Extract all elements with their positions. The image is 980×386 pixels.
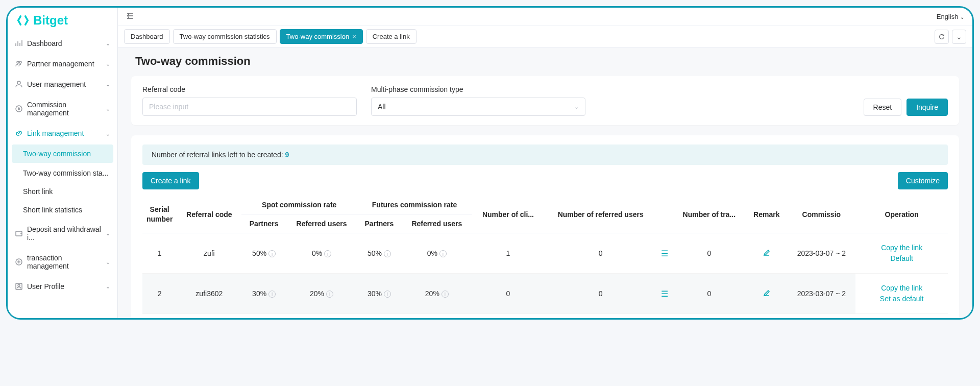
cell-fut-referred: 20%i xyxy=(402,274,472,314)
cell-spot-referred: 20%i xyxy=(286,274,357,314)
col-num-clicks: Number of cli... xyxy=(472,196,544,233)
referral-code-label: Referral code xyxy=(142,85,357,93)
sidebar-item-user-management[interactable]: User management ⌄ xyxy=(8,74,117,94)
sidebar-subitem-short-link-statistics[interactable]: Short link statistics xyxy=(8,201,117,219)
user-icon xyxy=(15,80,23,88)
select-value: All xyxy=(378,103,386,111)
close-icon[interactable]: × xyxy=(352,33,356,40)
referral-code-input[interactable] xyxy=(142,98,357,116)
default-action[interactable]: Default xyxy=(860,253,944,264)
info-banner-text: Number of referral links left to be crea… xyxy=(152,151,285,159)
sidebar-item-transaction-management[interactable]: transaction management ⌄ xyxy=(8,248,117,276)
col-operation: Operation xyxy=(855,196,948,233)
brand-icon xyxy=(16,13,30,28)
chevron-up-icon: ⌃ xyxy=(106,130,110,137)
edit-icon xyxy=(763,249,771,257)
cell-spot-partners: 30%i xyxy=(241,274,286,314)
results-panel: Number of referral links left to be crea… xyxy=(131,135,959,318)
page-title: Two-way commission xyxy=(135,55,959,68)
info-icon[interactable]: i xyxy=(268,291,276,298)
cell-code: zufi3602 xyxy=(177,274,241,314)
sidebar-item-label: Two-way commission xyxy=(23,150,91,158)
copy-link-action[interactable]: Copy the link xyxy=(860,283,944,294)
chevron-down-icon: ⌄ xyxy=(106,259,110,266)
customize-button[interactable]: Customize xyxy=(898,172,948,189)
sidebar-item-label: User Profile xyxy=(27,282,64,291)
brand-logo[interactable]: Bitget xyxy=(8,8,117,33)
info-icon[interactable]: i xyxy=(268,250,276,257)
col-referral-code: Referral code xyxy=(177,196,241,233)
svg-point-1 xyxy=(19,61,21,63)
col-serial: Serial number xyxy=(146,205,173,223)
cell-remark[interactable] xyxy=(746,274,787,314)
sidebar-subitem-short-link[interactable]: Short link xyxy=(8,182,117,201)
links-table: Serial number Referral code Spot commiss… xyxy=(142,196,948,314)
set-default-action[interactable]: Set as default xyxy=(860,294,944,304)
language-selector[interactable]: English ⌄ xyxy=(937,13,964,20)
cell-serial: 2 xyxy=(142,274,177,314)
sidebar-item-label: Partner management xyxy=(27,60,94,68)
sidebar-item-deposit-withdrawal[interactable]: Deposit and withdrawal i... ⌄ xyxy=(8,219,117,248)
info-icon[interactable]: i xyxy=(442,291,449,298)
sidebar-item-link-management[interactable]: Link management ⌃ xyxy=(8,123,117,143)
chevron-down-icon: ⌄ xyxy=(106,283,110,290)
handshake-icon xyxy=(15,60,23,68)
cell-fut-partners: 30%i xyxy=(357,274,402,314)
reset-button[interactable]: Reset xyxy=(864,99,902,116)
cell-spot-referred: 0%i xyxy=(286,233,357,274)
brand-text: Bitget xyxy=(33,13,68,28)
wallet-icon xyxy=(15,229,23,237)
cell-ref-users: 0 xyxy=(544,274,657,314)
col-futures-partners: Partners xyxy=(357,214,402,233)
col-remark: Remark xyxy=(746,196,787,233)
copy-link-action[interactable]: Copy the link xyxy=(860,243,944,253)
cell-fut-partners: 50%i xyxy=(357,233,402,274)
multiphase-type-select[interactable]: All ⌄ xyxy=(371,98,585,116)
sidebar-subitem-two-way-commission-statistics[interactable]: Two-way commission sta... xyxy=(8,164,117,182)
tab-label: Dashboard xyxy=(131,33,163,40)
sidebar-item-dashboard[interactable]: Dashboard ⌄ xyxy=(8,33,117,54)
col-spot-referred: Referred users xyxy=(286,214,357,233)
info-icon[interactable]: i xyxy=(326,291,333,298)
cell-details[interactable]: ☰ xyxy=(657,233,672,274)
sidebar-item-label: Two-way commission sta... xyxy=(23,169,108,177)
tab-two-way-commission[interactable]: Two-way commission × xyxy=(280,29,363,44)
filter-panel: Referral code Multi-phase commission typ… xyxy=(131,76,959,125)
tabs-dropdown-button[interactable]: ⌄ xyxy=(952,30,966,44)
col-commission: Commissio xyxy=(787,196,855,233)
refresh-button[interactable] xyxy=(935,30,949,44)
tab-two-way-commission-statistics[interactable]: Two-way commission statistics xyxy=(173,29,277,44)
col-futures-group: Futures commission rate xyxy=(357,196,472,214)
sidebar-item-commission-management[interactable]: Commission management ⌄ xyxy=(8,94,117,123)
info-icon[interactable]: i xyxy=(384,250,391,257)
cell-trades: 0 xyxy=(672,233,746,274)
chevron-down-icon: ⌄ xyxy=(106,81,110,88)
create-link-button[interactable]: Create a link xyxy=(142,172,199,189)
chevron-down-icon: ⌄ xyxy=(106,230,110,237)
cell-code: zufi xyxy=(177,233,241,274)
cell-ref-users: 0 xyxy=(544,233,657,274)
tab-create-link[interactable]: Create a link xyxy=(366,29,416,44)
tab-label: Two-way commission xyxy=(286,33,350,40)
info-icon[interactable]: i xyxy=(439,250,447,257)
list-icon: ☰ xyxy=(661,249,668,258)
sidebar-item-user-profile[interactable]: User Profile ⌄ xyxy=(8,276,117,297)
cell-clicks: 0 xyxy=(472,274,544,314)
collapse-sidebar-icon[interactable] xyxy=(126,12,134,21)
cell-commission: 2023-03-07 ~ 2 xyxy=(787,233,855,274)
sidebar-item-partner-management[interactable]: Partner management ⌄ xyxy=(8,54,117,74)
sidebar-subitem-two-way-commission[interactable]: Two-way commission xyxy=(12,144,113,163)
info-icon[interactable]: i xyxy=(324,250,331,257)
cell-remark[interactable] xyxy=(746,233,787,274)
col-spot-group: Spot commission rate xyxy=(241,196,357,214)
list-icon: ☰ xyxy=(661,290,668,298)
sidebar-item-label: Commission management xyxy=(27,101,102,117)
table-row: 1 zufi 50%i 0%i 50%i 0%i 1 0 ☰ 0 xyxy=(142,233,948,274)
edit-icon xyxy=(763,289,771,297)
language-label: English xyxy=(937,13,959,20)
info-banner-count: 9 xyxy=(285,151,289,159)
info-icon[interactable]: i xyxy=(384,291,391,298)
cell-details[interactable]: ☰ xyxy=(657,274,672,314)
tab-dashboard[interactable]: Dashboard xyxy=(124,29,170,44)
inquire-button[interactable]: Inquire xyxy=(906,99,948,116)
